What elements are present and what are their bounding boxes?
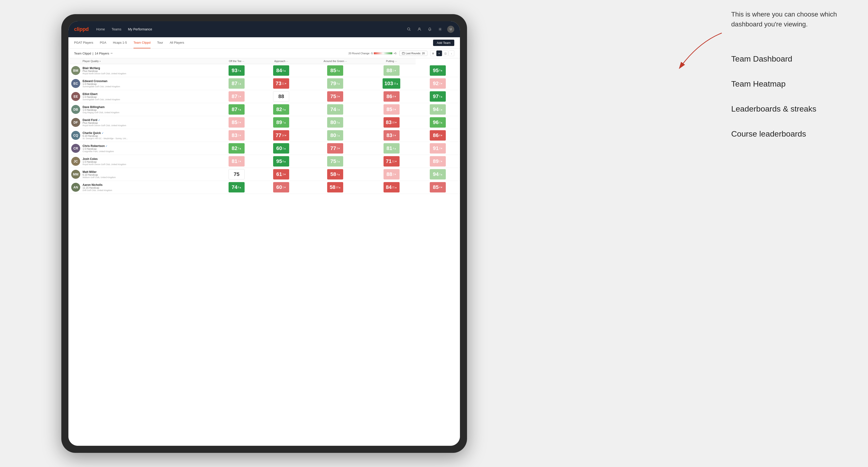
player-details: Charlie Quick ✓ 6-10 Handicap St. George… [83,131,128,139]
score-value: 85 [433,184,438,190]
col-approach[interactable]: Approach — [259,58,304,64]
round-change: 20 Round Change -5 +5 [348,52,397,55]
edit-icon[interactable]: ✏ [111,52,113,55]
annotation-arrow [651,31,731,78]
score-value: 88 [278,93,284,99]
nav-link-teams[interactable]: Teams [112,27,121,31]
score-change: 3▼ [393,108,396,111]
score-value: 83 [386,132,392,138]
player-name: Dave Billingham [83,105,119,109]
score-cell: 61 3▼ [259,168,304,181]
player-details: Blair McHarg Plus Handicap Royal North D… [83,66,126,75]
col-off-tee[interactable]: Off the Tee — [214,58,259,64]
score-value: 83 [231,132,237,138]
score-change: 21▲ [392,186,397,189]
score-cell: 94 3▲ [415,168,460,181]
score-cell: 95 8▲ [259,155,304,168]
nav-link-home[interactable]: Home [96,27,105,31]
team-title: Team Clippd | 14 Players ✏ [74,52,113,55]
svg-point-1 [408,28,410,30]
col-around-green[interactable]: Around the Green — [303,58,367,64]
subnav-hcaps[interactable]: Hcaps 1-5 [113,37,127,49]
score-change: 2▲ [337,160,340,163]
score-value: 86 [433,132,438,138]
svg-rect-5 [402,52,404,55]
score-box: 75 [228,169,245,180]
last-rounds-button[interactable]: Last Rounds: 20 [399,51,427,56]
score-cell: 75 2▲ [303,155,367,168]
user-icon[interactable] [416,26,423,33]
score-cell: 81 4▲ [367,142,416,155]
subnav-pgat[interactable]: PGAT Players [74,37,93,49]
player-club: Drift Golf Club, United Kingdom [83,189,112,191]
navbar: clippd Home Teams My Performance [68,21,460,37]
player-club: Sunningdale Golf Club, United Kingdom [83,85,120,88]
annotation-intro: This is where you can choose which dashb… [731,9,863,29]
player-cell: MM Matt Miller 6-10 Handicap Woburn Golf… [68,168,214,181]
view-download-icon[interactable]: ↓ [448,51,454,56]
score-change: 3▼ [238,134,242,137]
table-row[interactable]: AN Aaron Nicholls 11-15 Handicap Drift G… [68,181,460,194]
subnav: PGAT Players PGA Hcaps 1-5 Team Clippd T… [68,37,460,49]
player-name: Matt Miller [83,170,116,174]
view-chart-icon[interactable]: ◫ [442,51,448,56]
player-club: Royal North Devon Golf Club, United King… [83,124,126,127]
view-grid-icon[interactable]: ⊞ [430,51,436,56]
table-row[interactable]: DF David Ford ✓ Plus Handicap Royal Nort… [68,116,460,129]
player-cell: EC Edward Crossman 1-5 Handicap Sunningd… [68,77,214,90]
table-row[interactable]: JC Josh Coles 1-5 Handicap Royal North D… [68,155,460,168]
score-box: 95 9▲ [430,65,446,76]
table-row[interactable]: DB Dave Billingham 1-5 Handicap Gog Mago… [68,103,460,116]
table-row[interactable]: EE Elliot Ebert 1-5 Handicap Sunningdale… [68,90,460,103]
player-name: David Ford ✓ [83,118,126,122]
bell-icon[interactable] [427,26,433,33]
player-club: Sunningdale Golf Club, United Kingdom [83,98,120,101]
player-name: Edward Crossman [83,80,120,83]
score-change: 3▼ [337,147,340,150]
score-box: 85 3▼ [228,117,245,128]
user-avatar[interactable]: U [447,26,454,33]
score-change: 3▼ [337,95,340,98]
subnav-tour[interactable]: Tour [157,37,163,49]
score-box: 81 4▲ [383,143,400,154]
score-cell: 83 3▼ [214,129,259,142]
score-value: 83 [386,119,392,125]
subnav-pga[interactable]: PGA [100,37,106,49]
score-value: 95 [433,67,438,73]
col-player-quality[interactable]: Player Quality ▾ [68,58,214,64]
score-box: 60 1▼ [273,182,289,192]
settings-icon[interactable] [437,26,443,33]
nav-logo[interactable]: clippd [74,26,89,32]
score-box: 74 8▲ [228,182,245,192]
score-box: 81 3▼ [228,156,245,166]
score-box: 83 3▼ [228,130,245,141]
table-row[interactable]: MM Matt Miller 6-10 Handicap Woburn Golf… [68,168,460,181]
col-putting[interactable]: Putting — [367,58,416,64]
subnav-team-clippd[interactable]: Team Clippd [133,37,151,49]
score-value: 77 [330,145,336,151]
player-cell: DB Dave Billingham 1-5 Handicap Gog Mago… [68,103,214,116]
table-row[interactable]: CQ Charlie Quick ✓ 6-10 Handicap St. Geo… [68,129,460,142]
score-box: 86 6▼ [383,91,400,102]
score-box: 71 11▼ [383,156,400,166]
table-row[interactable]: BM Blair McHarg Plus Handicap Royal Nort… [68,64,460,77]
add-team-button[interactable]: Add Team [433,40,454,46]
player-club: Royal North Devon Golf Club, United King… [83,163,126,165]
score-value: 80 [330,119,336,125]
annotation-area: This is where you can choose which dashb… [731,9,863,153]
search-icon[interactable] [406,26,412,33]
player-handicap: 1-5 Handicap [83,148,114,150]
subnav-all-players[interactable]: All Players [169,37,184,49]
score-value: 88 [386,171,392,177]
svg-point-3 [418,28,420,29]
table-row[interactable]: EC Edward Crossman 1-5 Handicap Sunningd… [68,77,460,90]
annotation-list: Team Dashboard Team Heatmap Leaderboards… [731,53,863,140]
player-cell: AN Aaron Nicholls 11-15 Handicap Drift G… [68,181,214,194]
score-change: 2▲ [283,147,286,150]
view-table-icon[interactable]: ≡ [436,51,442,56]
score-change: 6▼ [393,134,396,137]
table-row[interactable]: CR Chris Robertson ✓ 1-5 Handicap Craigm… [68,142,460,155]
score-cell: 60 1▼ [259,181,304,194]
nav-link-performance[interactable]: My Performance [128,27,152,31]
score-cell: 103 15▲ [367,77,416,90]
